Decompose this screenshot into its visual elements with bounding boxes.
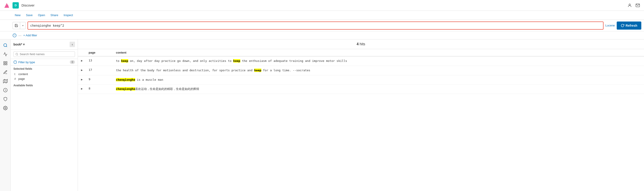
field-name-page: page [18,77,25,80]
table-row: ▶13to keep on, day after day practice go… [78,56,644,66]
main-layout: book* ▾ ‹ Filter by type 0 Selected fiel… [0,40,644,191]
search-icon [16,53,18,56]
table-row: ▶17the health of the body for motionless… [78,66,644,75]
filter-type-icon [14,60,17,64]
maps-icon[interactable] [1,77,10,85]
row-content: the health of the body for motionless an… [113,66,644,75]
svg-rect-9 [4,62,5,63]
results-table: page content ▶13to keep on, day after da… [78,49,644,191]
filter-bar: — + Add filter [0,31,644,40]
save-icon[interactable] [13,22,20,29]
row-expand-btn[interactable]: ▶ [78,66,86,75]
svg-rect-11 [6,64,7,65]
row-page: 13 [86,56,113,66]
filter-options-icon[interactable] [12,33,16,38]
row-page: 8 [86,85,113,94]
field-content[interactable]: t content [14,72,75,76]
management-icon[interactable] [1,104,10,112]
svg-rect-12 [4,64,5,65]
discover-icon[interactable] [1,41,10,49]
menu-share[interactable]: Share [48,13,60,18]
table-header-row: page content [78,49,644,56]
collapse-panel-button[interactable]: ‹ [70,42,75,47]
refresh-button[interactable]: Refresh [617,22,641,30]
filter-type-row[interactable]: Filter by type 0 [11,59,78,65]
visualize-icon[interactable] [1,50,10,58]
menu-inspect[interactable]: Inspect [61,13,75,18]
filter-type-badge: 0 [70,60,75,64]
svg-rect-10 [6,62,7,63]
expand-arrow-icon[interactable]: ▶ [80,59,83,62]
expand-arrow-icon[interactable]: ▶ [80,87,83,90]
row-page: 9 [86,75,113,85]
field-name-content: content [18,72,28,76]
col-expand [78,49,86,56]
app-title: Discover [22,3,624,7]
lucene-label[interactable]: Lucene [605,24,615,27]
field-search-inner [14,51,75,57]
menu-open[interactable]: Open [36,13,48,18]
menu-save[interactable]: Save [24,13,35,18]
svg-point-17 [5,108,6,109]
top-bar: D Discover [0,0,644,11]
row-content: chenqionghe is a muscle man [113,75,644,85]
col-page-header: page [86,49,113,56]
security-icon[interactable] [1,95,10,103]
expand-arrow-icon[interactable]: ▶ [80,78,83,81]
kibana-logo [4,2,10,9]
add-filter-link[interactable]: + Add filter [23,34,37,37]
user-icon[interactable] [627,3,632,8]
row-expand-btn[interactable]: ▶ [78,56,86,66]
filter-separator: — [18,34,22,37]
ml-icon[interactable] [1,86,10,94]
avatar: D [12,2,19,9]
svg-line-19 [18,55,18,55]
field-type-t: t [14,72,17,76]
expand-arrow-icon[interactable]: ▶ [80,68,83,72]
row-expand-btn[interactable]: ▶ [78,85,86,94]
menu-new[interactable]: New [12,13,23,18]
row-page: 17 [86,66,113,75]
hits-label-text: hits [360,42,365,46]
svg-line-8 [6,46,7,47]
table-row: ▶8chenqionghe喜欢运动，生命是如此的精彩，生命是如此的辉煌 [78,85,644,94]
field-type-hash: # [14,77,17,80]
search-input-wrapper[interactable] [28,22,604,30]
index-name: book* [14,43,22,46]
field-page[interactable]: # page [14,76,75,81]
mail-icon[interactable] [635,3,640,8]
results-table-inner: page content ▶13to keep on, day after da… [78,49,644,94]
col-content-header: content [113,49,644,56]
field-name-search-input[interactable] [20,53,73,56]
svg-point-2 [629,4,630,5]
available-fields-label: Available fields [14,84,75,87]
canvas-icon[interactable] [1,68,10,76]
menu-bar: New Save Open Share Inspect [0,11,644,20]
icon-rail [0,40,11,191]
svg-point-7 [4,44,6,47]
filter-type-label: Filter by type [18,61,68,64]
field-search [11,50,78,59]
dashboard-icon[interactable] [1,59,10,67]
row-content: to keep on, day after day practice go do… [113,56,644,66]
svg-marker-13 [3,79,7,83]
top-bar-right [627,3,640,8]
left-panel: book* ▾ ‹ Filter by type 0 Selected fiel… [11,40,78,191]
hits-header: 4 hits [78,40,644,49]
selected-fields-label: Selected fields [14,67,75,70]
save-button-group [12,22,26,29]
search-input[interactable] [30,24,601,27]
search-bar: Lucene Refresh [0,20,644,31]
save-chevron-icon[interactable] [20,22,26,29]
row-content: chenqionghe喜欢运动，生命是如此的精彩，生命是如此的辉煌 [113,85,644,94]
index-selector: book* ▾ ‹ [11,40,78,50]
index-chevron-icon[interactable]: ▾ [23,43,24,46]
fields-section: Selected fields t content # page Availab… [11,65,78,90]
hits-count: 4 [357,42,359,46]
table-row: ▶9chenqionghe is a muscle man [78,75,644,85]
main-content: 4 hits page content ▶13to keep on, day a… [78,40,644,191]
svg-point-18 [16,53,18,55]
row-expand-btn[interactable]: ▶ [78,75,86,85]
